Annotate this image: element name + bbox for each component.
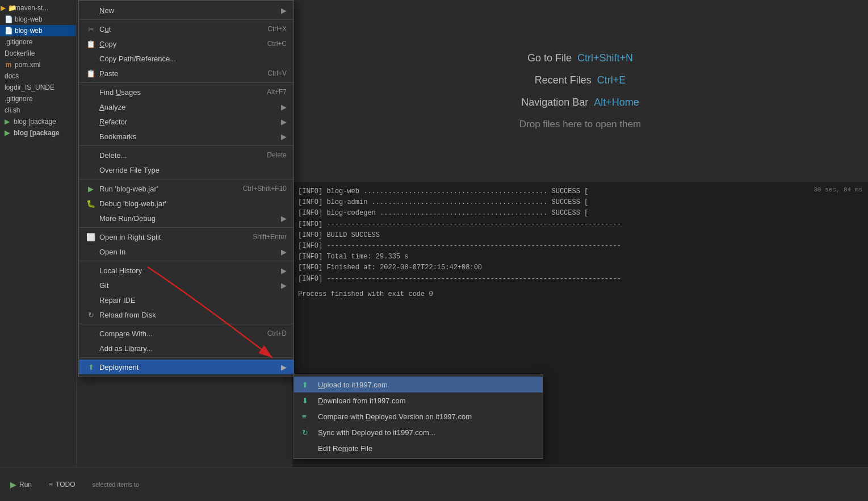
menu-add-library-label: Add as Library...	[99, 344, 287, 353]
submenu-item-compare-deployed[interactable]: ≡ Compare with Deployed Version on it199…	[294, 408, 543, 424]
menu-item-copy-path[interactable]: Copy Path/Reference...	[79, 51, 293, 66]
find-usages-shortcut: Alt+F7	[267, 88, 287, 96]
debug-icon: 🐛	[86, 199, 96, 208]
menu-item-compare[interactable]: Compare With... Ctrl+D	[79, 326, 293, 341]
menu-delete-label: Delete...	[99, 151, 255, 160]
console-line-2: [INFO] blog-codegen ....................…	[298, 208, 862, 219]
menu-repair-ide-label: Repair IDE	[99, 296, 287, 304]
menu-debug-label: Debug 'blog-web.jar'	[99, 199, 287, 208]
menu-item-open-right[interactable]: ⬜ Open in Right Split Shift+Enter	[79, 229, 293, 244]
menu-open-right-label: Open in Right Split	[99, 233, 241, 241]
submenu-upload-label: Upload to it1997.com	[318, 381, 388, 389]
submenu-item-edit-remote[interactable]: Edit Remote File	[294, 440, 543, 456]
console-line-9: Process finished with exit code 0	[298, 289, 862, 300]
cut-icon: ✂	[86, 25, 96, 34]
todo-tab-label: ≡	[49, 481, 53, 489]
drop-text: Drop files here to open them	[519, 119, 641, 130]
git-arrow: ▶	[281, 281, 287, 290]
console-line-1: [INFO] blog-admin ......................…	[298, 197, 862, 208]
console-time: 30 sec, 84 ms	[814, 186, 862, 193]
paste-icon: 📋	[86, 69, 96, 78]
menu-item-refactor[interactable]: Refactor ▶	[79, 114, 293, 129]
download-icon: ⬇	[302, 396, 313, 405]
sep-1	[79, 19, 293, 20]
console-line-8: [INFO] ---------------------------------…	[298, 274, 862, 285]
menu-item-repair-ide[interactable]: Repair IDE	[79, 293, 293, 307]
file-icon: 📄	[5, 15, 12, 23]
more-run-arrow: ▶	[281, 214, 287, 223]
open-in-arrow: ▶	[281, 248, 287, 256]
menu-item-analyze[interactable]: Analyze ▶	[79, 99, 293, 114]
menu-item-more-run[interactable]: More Run/Debug ▶	[79, 211, 293, 226]
menu-new-label: New	[99, 6, 278, 15]
submenu-item-sync[interactable]: ↻ Sync with Deployed to it1997.com...	[294, 424, 543, 440]
sep-6	[79, 261, 293, 261]
menu-item-bookmarks[interactable]: Bookmarks ▶	[79, 129, 293, 144]
submenu-item-download[interactable]: ⬇ Download from it1997.com	[294, 393, 543, 408]
goto-file-shortcut: Ctrl+Shift+N	[577, 52, 633, 64]
menu-run-label: Run 'blog-web.jar'	[99, 185, 232, 193]
menu-item-local-history[interactable]: Local History ▶	[79, 263, 293, 278]
menu-item-override-file-type[interactable]: Override File Type	[79, 162, 293, 177]
sidebar-item-blog-web-1[interactable]: 📄 blog-web	[0, 14, 76, 25]
menu-item-new[interactable]: New ▶	[79, 3, 293, 18]
compare-shortcut: Ctrl+D	[267, 329, 287, 337]
run-shortcut: Ctrl+Shift+F10	[243, 185, 287, 193]
sidebar-item-pom[interactable]: m pom.xml	[0, 59, 76, 70]
menu-item-copy[interactable]: 📋 Copy Ctrl+C	[79, 36, 293, 51]
menu-compare-label: Compare With...	[99, 329, 256, 338]
sync-icon: ↻	[302, 428, 313, 437]
menu-git-label: Git	[99, 281, 278, 290]
sidebar-item-blog-web-2[interactable]: 📄 blog-web	[0, 25, 76, 36]
sidebar-item-blog-pkg-2[interactable]: ▶ blog [package	[0, 127, 76, 139]
submenu-item-upload[interactable]: ⬆ Upload to it1997.com	[294, 377, 543, 393]
copy-icon: 📋	[86, 40, 96, 48]
run-icon: ▶	[86, 185, 96, 193]
sidebar-item-blog-pkg-1[interactable]: ▶ blog [package	[0, 116, 76, 127]
folder-icon: ▶ 📁	[5, 4, 12, 12]
menu-item-debug[interactable]: 🐛 Debug 'blog-web.jar'	[79, 196, 293, 211]
menu-reload-label: Reload from Disk	[99, 311, 287, 319]
sidebar-item-docs[interactable]: docs	[0, 70, 76, 82]
menu-item-reload[interactable]: ↻ Reload from Disk	[79, 307, 293, 322]
sep-8	[79, 357, 293, 358]
menu-item-cut[interactable]: ✂ Cut Ctrl+X	[79, 22, 293, 36]
menu-item-delete[interactable]: Delete... Delete	[79, 148, 293, 162]
menu-item-open-in[interactable]: Open In ▶	[79, 244, 293, 259]
refactor-arrow: ▶	[281, 118, 287, 126]
todo-tab[interactable]: ≡ TODO	[43, 478, 81, 491]
sidebar-item-gitignore-2[interactable]: .gitignore	[0, 93, 76, 105]
menu-item-add-library[interactable]: Add as Library...	[79, 341, 293, 356]
recent-files-label: Recent Files	[535, 74, 592, 86]
menu-deployment-label: Deployment	[99, 363, 278, 371]
menu-item-find-usages[interactable]: Find Usages Alt+F7	[79, 85, 293, 99]
editor-welcome: Go to File Ctrl+Shift+N Recent Files Ctr…	[292, 0, 868, 182]
sidebar-item-dockerfile[interactable]: Dockerfile	[0, 48, 76, 59]
sidebar-item-logdir[interactable]: logdir_IS_UNDE	[0, 82, 76, 93]
menu-item-paste[interactable]: 📋 Paste Ctrl+V	[79, 66, 293, 81]
sidebar-item-cli[interactable]: cli.sh	[0, 105, 76, 116]
sidebar-item-maven[interactable]: ▶ 📁 maven-st...	[0, 2, 76, 14]
menu-item-git[interactable]: Git ▶	[79, 278, 293, 293]
bookmarks-arrow: ▶	[281, 132, 287, 141]
sep-7	[79, 324, 293, 324]
menu-paste-label: Paste	[99, 69, 256, 78]
sidebar-item-gitignore-1[interactable]: .gitignore	[0, 36, 76, 48]
run-tab[interactable]: ▶ Run	[5, 478, 37, 491]
upload-icon: ⬆	[302, 381, 313, 389]
sidebar: ▶ 📁 maven-st... 📄 blog-web 📄 blog-web .g…	[0, 0, 77, 501]
selected-text: selected items to	[92, 481, 139, 488]
console-line-4: [INFO] BUILD SUCCESS	[298, 230, 862, 241]
deployment-submenu[interactable]: ⬆ Upload to it1997.com ⬇ Download from i…	[293, 374, 543, 459]
nav-bar-row: Navigation Bar Alt+Home	[521, 97, 639, 108]
sep-5	[79, 227, 293, 228]
run-tab-label: Run	[19, 481, 32, 489]
context-menu[interactable]: New ▶ ✂ Cut Ctrl+X 📋 Copy Ctrl+C Copy Pa…	[78, 0, 294, 377]
sep-4	[79, 179, 293, 179]
menu-item-run[interactable]: ▶ Run 'blog-web.jar' Ctrl+Shift+F10	[79, 181, 293, 196]
recent-files-shortcut: Ctrl+E	[597, 74, 626, 86]
play-icon: ▶	[10, 480, 16, 489]
cut-shortcut: Ctrl+X	[267, 25, 287, 33]
menu-item-deployment[interactable]: ⬆ Deployment ▶	[79, 360, 293, 374]
compare-deployed-icon: ≡	[302, 412, 313, 421]
